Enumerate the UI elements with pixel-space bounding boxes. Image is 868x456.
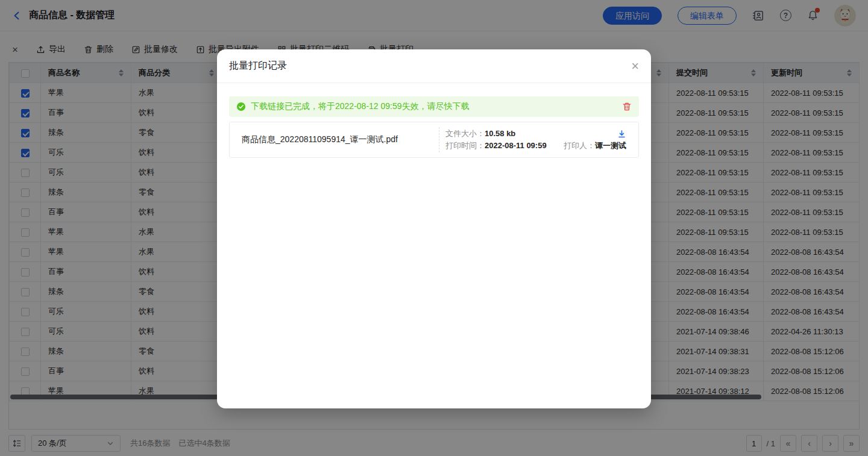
batch-print-records-modal: 批量打印记录 × 下载链接已完成，将于2022-08-12 09:59失效，请尽… [217,49,651,408]
printed-by-value: 谭一测试 [595,141,626,150]
file-meta: 文件大小：10.58 kb 打印时间：2022-08-11 09:59 打印人：… [439,127,638,152]
delete-record-button[interactable] [622,102,632,111]
file-name: 商品信息_20220811095914_谭一测试.pdf [230,122,439,157]
file-size-label: 文件大小： [445,129,485,138]
print-record-card: 商品信息_20220811095914_谭一测试.pdf 文件大小：10.58 … [229,122,639,158]
file-size-value: 10.58 kb [485,129,515,138]
modal-body: 下载链接已完成，将于2022-08-12 09:59失效，请尽快下载 商品信息_… [217,83,651,171]
modal-title: 批量打印记录 [229,60,287,72]
modal-header: 批量打印记录 × [217,49,651,83]
download-icon [617,130,626,139]
modal-close-button[interactable]: × [631,60,639,73]
success-banner: 下载链接已完成，将于2022-08-12 09:59失效，请尽快下载 [229,96,639,117]
success-check-icon [236,102,246,111]
trash-icon [622,102,632,111]
print-time-label: 打印时间： [445,141,485,150]
print-time-value: 2022-08-11 09:59 [485,141,547,150]
success-banner-text: 下载链接已完成，将于2022-08-12 09:59失效，请尽快下载 [251,101,470,112]
printed-by-label: 打印人： [564,141,595,150]
download-button[interactable] [617,130,626,139]
